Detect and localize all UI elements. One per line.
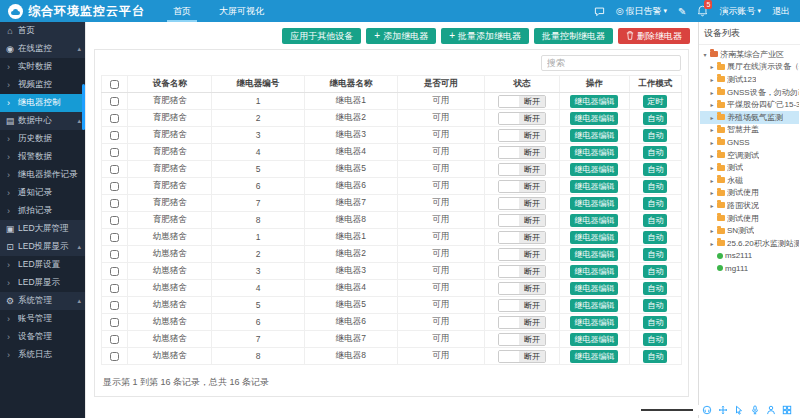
sidebar-item[interactable]: › 实时数据: [0, 58, 85, 76]
toolbar-button[interactable]: 删除继电器: [618, 28, 690, 44]
account-menu[interactable]: 演示账号 ▾: [719, 5, 761, 18]
alarm-dropdown[interactable]: ◎ 假日告警 ▾: [616, 5, 667, 18]
state-toggle[interactable]: 断开: [498, 265, 546, 278]
notifications-button[interactable]: 5: [697, 5, 708, 17]
relay-edit-button[interactable]: 继电器编辑: [570, 265, 618, 278]
work-mode-button[interactable]: 自动: [643, 163, 667, 176]
work-mode-button[interactable]: 自动: [643, 248, 667, 261]
toolbar-button[interactable]: 应用于其他设备: [282, 28, 361, 44]
sidebar-item[interactable]: › 设备管理: [0, 328, 85, 346]
sidebar-item[interactable]: › 系统日志: [0, 346, 85, 364]
tree-node[interactable]: ▸ GNSS设备，勿动勿改: [700, 86, 799, 99]
state-toggle[interactable]: 断开: [498, 163, 546, 176]
state-toggle[interactable]: 断开: [498, 180, 546, 193]
message-icon[interactable]: [594, 6, 605, 17]
state-toggle[interactable]: 断开: [498, 231, 546, 244]
sidebar-item[interactable]: › 历史数据: [0, 130, 85, 148]
state-toggle[interactable]: 断开: [498, 316, 546, 329]
state-toggle[interactable]: 断开: [498, 197, 546, 210]
toolbar-button[interactable]: 批量控制继电器: [534, 28, 613, 44]
headset-icon[interactable]: [702, 405, 712, 415]
sidebar-item[interactable]: ⚙ 系统管理 ▴: [0, 292, 85, 310]
work-mode-button[interactable]: 自动: [643, 299, 667, 312]
row-checkbox[interactable]: [110, 233, 119, 242]
state-toggle[interactable]: 断开: [498, 299, 546, 312]
relay-edit-button[interactable]: 继电器编辑: [570, 112, 618, 125]
tree-node[interactable]: ▸ 测试: [700, 161, 799, 174]
row-checkbox[interactable]: [110, 267, 119, 276]
work-mode-button[interactable]: 自动: [643, 129, 667, 142]
search-input[interactable]: [541, 55, 681, 71]
cursor-icon[interactable]: [734, 405, 744, 415]
sidebar-item[interactable]: ◉ 在线监控 ▴: [0, 40, 85, 58]
relay-edit-button[interactable]: 继电器编辑: [570, 180, 618, 193]
row-checkbox[interactable]: [110, 250, 119, 259]
relay-edit-button[interactable]: 继电器编辑: [570, 316, 618, 329]
nav-item-1[interactable]: 大屏可视化: [205, 0, 278, 22]
sidebar-item[interactable]: › 抓拍记录: [0, 202, 85, 220]
tree-node[interactable]: mg111: [700, 262, 799, 275]
tree-node[interactable]: ▸ SN测试: [700, 224, 799, 237]
relay-edit-button[interactable]: 继电器编辑: [570, 350, 618, 363]
sidebar-item[interactable]: ▤ 数据中心 ▴: [0, 112, 85, 130]
state-toggle[interactable]: 断开: [498, 146, 546, 159]
state-toggle[interactable]: 断开: [498, 95, 546, 108]
row-checkbox[interactable]: [110, 199, 119, 208]
sidebar-item[interactable]: › 视频监控: [0, 76, 85, 94]
relay-edit-button[interactable]: 继电器编辑: [570, 333, 618, 346]
state-toggle[interactable]: 断开: [498, 333, 546, 346]
grid-icon[interactable]: [782, 405, 792, 415]
mic-icon[interactable]: [750, 405, 760, 415]
relay-edit-button[interactable]: 继电器编辑: [570, 299, 618, 312]
state-toggle[interactable]: 断开: [498, 282, 546, 295]
work-mode-button[interactable]: 自动: [643, 333, 667, 346]
row-checkbox[interactable]: [110, 352, 119, 361]
work-mode-button[interactable]: 自动: [643, 146, 667, 159]
state-toggle[interactable]: 断开: [498, 129, 546, 142]
sidebar-item[interactable]: ▣ LED大屏管理: [0, 220, 85, 238]
tree-node[interactable]: ▸ 永磁: [700, 174, 799, 187]
row-checkbox[interactable]: [110, 335, 119, 344]
sidebar-item[interactable]: › 账号管理: [0, 310, 85, 328]
row-checkbox[interactable]: [110, 182, 119, 191]
work-mode-button[interactable]: 自动: [643, 231, 667, 244]
sidebar-item[interactable]: › 继电器控制: [0, 94, 85, 112]
tree-node[interactable]: ▸ 平煤股份四矿'己15-31010: [700, 98, 799, 111]
row-checkbox[interactable]: [110, 301, 119, 310]
edit-icon[interactable]: ✎: [678, 6, 686, 17]
row-checkbox[interactable]: [110, 165, 119, 174]
relay-edit-button[interactable]: 继电器编辑: [570, 231, 618, 244]
state-toggle[interactable]: 断开: [498, 214, 546, 227]
row-checkbox[interactable]: [110, 216, 119, 225]
relay-edit-button[interactable]: 继电器编辑: [570, 197, 618, 210]
user-icon[interactable]: [766, 405, 776, 415]
relay-edit-button[interactable]: 继电器编辑: [570, 248, 618, 261]
work-mode-button[interactable]: 自动: [643, 282, 667, 295]
sidebar-item[interactable]: › LED屏显示: [0, 274, 85, 292]
logout-button[interactable]: 退出: [772, 5, 790, 18]
tree-node[interactable]: ▸ 养殖场氨气监测: [700, 111, 799, 124]
tree-node[interactable]: ▸ 智慧井盖: [700, 124, 799, 137]
sidebar-item[interactable]: ⊡ LED投屏显示 ▴: [0, 238, 85, 256]
tree-node[interactable]: 测试使用: [700, 212, 799, 225]
sidebar-item[interactable]: › 通知记录: [0, 184, 85, 202]
state-toggle[interactable]: 断开: [498, 248, 546, 261]
toolbar-button[interactable]: +批量添加继电器: [441, 28, 529, 44]
tree-node[interactable]: ▸ 测试123: [700, 73, 799, 86]
state-toggle[interactable]: 断开: [498, 350, 546, 363]
relay-edit-button[interactable]: 继电器编辑: [570, 214, 618, 227]
sidebar-item[interactable]: › 继电器操作记录: [0, 166, 85, 184]
row-checkbox[interactable]: [110, 114, 119, 123]
relay-edit-button[interactable]: 继电器编辑: [570, 282, 618, 295]
sidebar-item[interactable]: › 报警数据: [0, 148, 85, 166]
toolbar-button[interactable]: +添加继电器: [366, 28, 436, 44]
sidebar-item[interactable]: ⌂ 首页: [0, 22, 85, 40]
tree-node[interactable]: ▸ 空调测试: [700, 149, 799, 162]
state-toggle[interactable]: 断开: [498, 112, 546, 125]
relay-edit-button[interactable]: 继电器编辑: [570, 129, 618, 142]
row-checkbox[interactable]: [110, 97, 119, 106]
row-checkbox[interactable]: [110, 148, 119, 157]
move-icon[interactable]: [718, 405, 728, 415]
select-all-checkbox[interactable]: [110, 80, 119, 89]
work-mode-button[interactable]: 自动: [643, 197, 667, 210]
